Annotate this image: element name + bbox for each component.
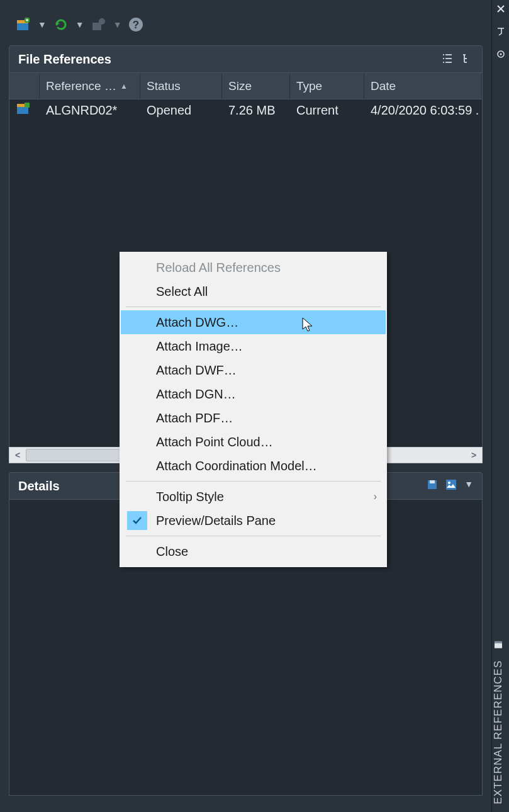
menu-reload-all-references: Reload All References: [121, 256, 386, 279]
size-column-header[interactable]: Size: [222, 73, 290, 99]
panel-toolbar: ▼ ▼ ▼ ?: [0, 8, 491, 45]
cell-date: 4/20/2020 6:03:59 .: [364, 103, 482, 118]
preview-image-icon[interactable]: [445, 479, 457, 493]
dwg-file-icon: [16, 101, 31, 116]
menu-preview-details-pane[interactable]: Preview/Details Pane: [121, 509, 386, 533]
svg-rect-2: [495, 643, 502, 648]
svg-point-1: [500, 54, 502, 55]
submenu-arrow-icon: ›: [374, 491, 377, 502]
check-icon: [127, 511, 147, 530]
file-references-title-bar: File References: [9, 45, 483, 73]
svg-point-17: [448, 482, 450, 484]
sort-ascending-icon: ▲: [120, 82, 128, 91]
refresh-button[interactable]: [53, 16, 69, 33]
panel-vertical-title: EXTERNAL REFERENCES: [492, 640, 509, 804]
svg-rect-15: [430, 480, 435, 483]
change-path-button[interactable]: [91, 16, 107, 33]
attach-chevron-down-icon[interactable]: ▼: [38, 20, 47, 30]
refresh-chevron-down-icon[interactable]: ▼: [76, 20, 84, 30]
save-details-icon[interactable]: [427, 479, 438, 493]
tree-view-icon[interactable]: [462, 52, 473, 67]
reference-name-column-header[interactable]: Reference …▲: [40, 73, 140, 99]
scroll-left-arrow[interactable]: <: [9, 448, 26, 463]
file-references-title: File References: [18, 52, 111, 67]
help-icon[interactable]: ?: [128, 17, 143, 32]
table-row[interactable]: ALGNRD02* Opened 7.26 MB Current 4/20/20…: [9, 99, 482, 121]
cell-status: Opened: [140, 103, 222, 118]
menu-separator: [126, 536, 381, 536]
svg-rect-16: [446, 480, 456, 490]
details-chevron-down-icon[interactable]: ▼: [464, 479, 473, 493]
menu-attach-point-cloud[interactable]: Attach Point Cloud…: [121, 430, 386, 454]
panel-vertical-title-strip: EXTERNAL REFERENCES: [491, 0, 509, 812]
menu-attach-dgn[interactable]: Attach DGN…: [121, 382, 386, 406]
date-column-header[interactable]: Date: [364, 73, 482, 99]
cell-size: 7.26 MB: [222, 103, 290, 118]
context-menu: Reload All References Select All Attach …: [120, 252, 387, 567]
cell-reference-name: ALGNRD02*: [40, 103, 140, 118]
attach-dropdown-button[interactable]: [15, 16, 31, 33]
status-column-header[interactable]: Status: [140, 73, 222, 99]
list-view-icon[interactable]: [442, 52, 453, 67]
cell-type: Current: [290, 103, 364, 118]
menu-separator: [126, 481, 381, 482]
change-path-chevron-down-icon[interactable]: ▼: [113, 20, 122, 30]
menu-attach-image[interactable]: Attach Image…: [121, 334, 386, 358]
svg-text:?: ?: [132, 19, 138, 31]
scroll-right-arrow[interactable]: >: [466, 448, 482, 463]
panel-options-button[interactable]: [492, 45, 509, 63]
menu-attach-pdf[interactable]: Attach PDF…: [121, 406, 386, 430]
menu-close[interactable]: Close: [121, 539, 386, 563]
menu-tooltip-style[interactable]: Tooltip Style ›: [121, 485, 386, 509]
menu-select-all[interactable]: Select All: [121, 279, 386, 303]
menu-attach-coordination-model[interactable]: Attach Coordination Model…: [121, 454, 386, 478]
pin-panel-button[interactable]: [492, 23, 509, 40]
type-column-header[interactable]: Type: [290, 73, 364, 99]
icon-column-header[interactable]: [9, 73, 40, 99]
svg-rect-13: [25, 103, 30, 108]
close-panel-button[interactable]: [492, 0, 509, 18]
details-title: Details: [18, 479, 60, 493]
menu-separator: [126, 307, 381, 307]
column-headers: Reference …▲ Status Size Type Date: [9, 73, 483, 99]
menu-attach-dwf[interactable]: Attach DWF…: [121, 358, 386, 382]
menu-attach-dwg[interactable]: Attach DWG…: [121, 310, 386, 334]
